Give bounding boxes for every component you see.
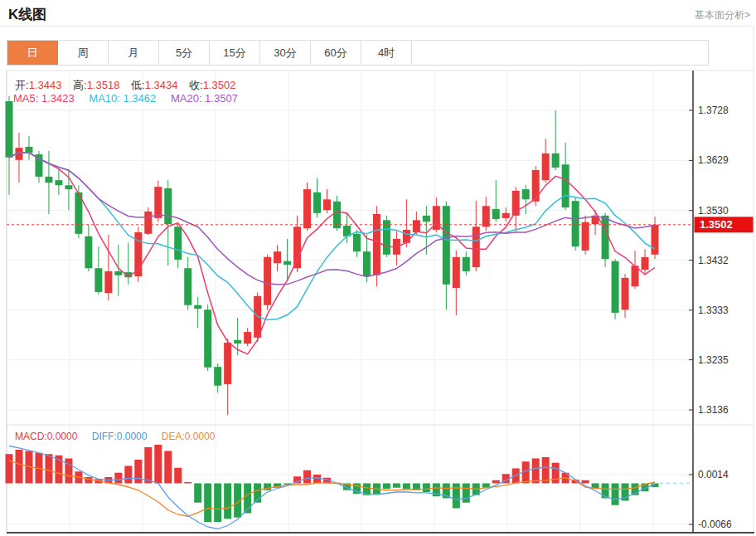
price-axis: 1.37281.36291.35301.34321.33331.32351.31…	[689, 71, 732, 533]
current-price-tag-label: 1.3502	[700, 218, 733, 231]
low-label: 低:	[131, 79, 145, 91]
svg-text:1.3530: 1.3530	[698, 205, 729, 217]
open-value: 1.3443	[29, 79, 62, 91]
close-label: 收:	[189, 79, 203, 91]
svg-text:1.3333: 1.3333	[698, 305, 729, 316]
ma-lines-layer	[9, 153, 655, 354]
ma20-value: MA20: 1.3507	[171, 92, 238, 105]
macd-layer	[6, 445, 694, 529]
svg-text:0.0014: 0.0014	[698, 469, 729, 480]
close-value: 1.3502	[203, 79, 236, 91]
high-value: 1.3518	[87, 79, 120, 91]
svg-text:1.3728: 1.3728	[698, 105, 729, 116]
candles-layer	[6, 96, 659, 415]
macd-readout: MACD:0.0000 DIFF:0.0000 DEA:0.0000	[15, 431, 215, 442]
low-value: 1.3434	[145, 79, 178, 91]
grid-layer	[7, 71, 693, 533]
ohlc-readout: 开:1.3443 高:1.3518 低:1.3434 收:1.3502	[15, 78, 244, 93]
ma20-line	[9, 153, 655, 285]
svg-text:-0.0066: -0.0066	[698, 519, 732, 530]
diff-line	[9, 446, 655, 529]
svg-text:1.3235: 1.3235	[698, 354, 729, 366]
ma10-value: MA10: 1.3462	[89, 92, 156, 105]
high-label: 高:	[73, 79, 87, 91]
diff-value: DIFF:0.0000	[92, 431, 148, 442]
svg-text:1.3136: 1.3136	[698, 404, 729, 416]
open-label: 开:	[15, 79, 29, 91]
svg-text:1.3432: 1.3432	[698, 255, 729, 266]
kline-page: K线图 基本面分析> 日 周 月 5分 15分 30分 60分 4时 1.350…	[0, 0, 756, 536]
ma5-value: MA5: 1.3423	[13, 92, 75, 105]
ma-readout: MA5: 1.3423 MA10: 1.3462 MA20: 1.3507	[13, 92, 238, 105]
ma5-line	[9, 153, 655, 354]
svg-text:1.3629: 1.3629	[698, 154, 729, 166]
macd-value: MACD:0.0000	[15, 431, 77, 442]
dea-value: DEA:0.0000	[162, 431, 216, 442]
